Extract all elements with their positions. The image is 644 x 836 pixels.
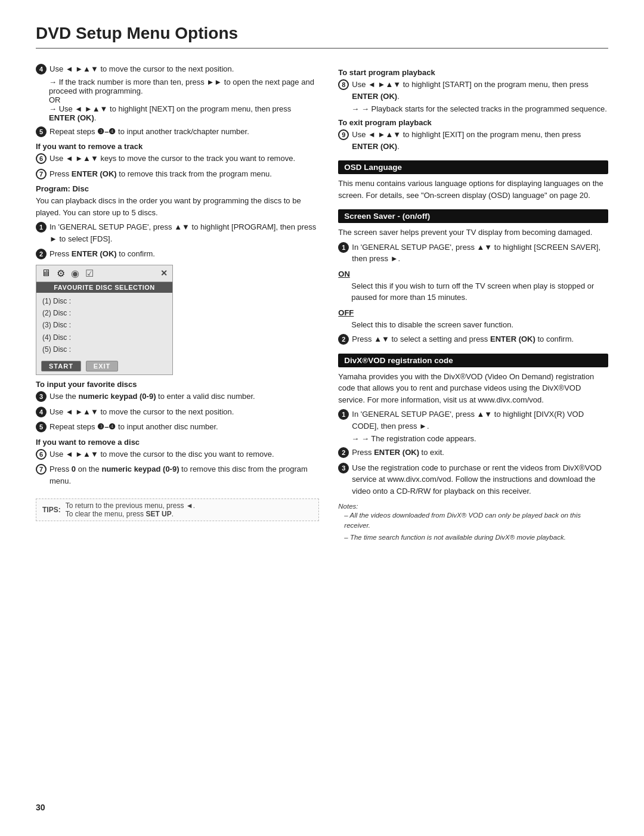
subheading-remove-track: If you want to remove a track <box>36 142 319 151</box>
disc-close-icon[interactable]: ✕ <box>160 268 168 278</box>
step-8-arrow-text: → Playback starts for the selected track… <box>361 104 607 113</box>
disc-selection-widget: 🖥 ⚙ ◉ ☑ ✕ FAVOURITE DISC SELECTION (1) D… <box>36 265 173 376</box>
step-7-track-text: Press ENTER (OK) to remove this track fr… <box>49 168 319 180</box>
tips-bar: TIPS: To return to the previous menu, pr… <box>36 498 319 521</box>
note-1: – All the videos downloaded from DivX® V… <box>344 510 608 531</box>
disc-icon-settings: ⚙ <box>57 268 65 279</box>
disc-toolbar: 🖥 ⚙ ◉ ☑ ✕ <box>36 265 172 282</box>
right-column: To start program playback 8 Use ◄ ►▲▼ to… <box>338 63 608 544</box>
step-1-screen-saver-num: 1 <box>338 242 349 253</box>
step-3-disc-text: Use the numeric keypad (0-9) to enter a … <box>49 391 319 402</box>
step-4a-num: 4 <box>36 64 47 75</box>
page-title: DVD Setup Menu Options <box>36 24 608 49</box>
step-7-disc-block: 7 Press 0 on the numeric keypad (0-9) to… <box>36 463 319 487</box>
subheading-remove-disc: If you want to remove a disc <box>36 438 319 447</box>
step-1-disc-text: In 'GENERAL SETUP PAGE', press ▲▼ to hig… <box>49 221 319 244</box>
notes-section: Notes: – All the videos downloaded from … <box>338 501 608 543</box>
step-4a-block: 4 Use ◄ ►▲▼ to move the cursor to the ne… <box>36 63 319 122</box>
step-5-disc-block: 5 Repeat steps ❸–❹ to input another disc… <box>36 421 319 433</box>
step-6-track-block: 6 Use ◄ ►▲▼ keys to move the cursor to t… <box>36 153 319 165</box>
step-1-divx-arrow-text: → The registration code appears. <box>361 434 476 443</box>
arrow-icon3: → <box>351 104 359 113</box>
notes-label: Notes: <box>338 503 358 510</box>
left-column: 4 Use ◄ ►▲▼ to move the cursor to the ne… <box>36 63 319 544</box>
step-3-divx-num: 3 <box>338 463 349 473</box>
subheading-fav-discs: To input your favorite discs <box>36 380 319 389</box>
divx-section-header: DivX®VOD registration code <box>338 354 608 367</box>
disc-item-1: (1) Disc : <box>42 295 166 307</box>
step-9-exit-block: 9 Use ◄ ►▲▼ to highlight [EXIT] on the p… <box>338 129 608 152</box>
on-body: Select this if you wish to turn off the … <box>351 280 608 304</box>
step-1-divx-text: In 'GENERAL SETUP PAGE', press ▲▼ to hig… <box>352 408 608 432</box>
step-8-start-num: 8 <box>338 79 349 90</box>
step-4-disc-num: 4 <box>36 407 47 417</box>
step-4a-arrow1: → If the track number is more than ten, … <box>49 78 319 95</box>
step-5-text: Repeat steps ❸–❹ to input another track/… <box>49 126 319 138</box>
step-1-disc-num: 1 <box>36 222 47 233</box>
step-4a-arrow2: → Use ◄ ►▲▼ to highlight [NEXT] on the p… <box>49 104 319 122</box>
off-label: OFF <box>338 308 608 317</box>
step-3-divx-text: Use the registration code to purchase or… <box>352 462 608 497</box>
step-6-disc-num: 6 <box>36 449 47 460</box>
step-2-divx-block: 2 Press ENTER (OK) to exit. <box>338 447 608 459</box>
arrow-icon4: → <box>351 434 359 443</box>
disc-start-button[interactable]: START <box>41 361 81 371</box>
disc-item-2: (2) Disc : <box>42 307 166 319</box>
disc-item-3: (3) Disc : <box>42 319 166 331</box>
screen-saver-section-header: Screen Saver - (on/off) <box>338 209 608 223</box>
page-number: 30 <box>36 803 45 812</box>
osd-section-header: OSD Language <box>338 160 608 174</box>
step-1-divx-arrow: → → The registration code appears. <box>351 434 608 443</box>
tips-line2: To clear the menu, press SET UP. <box>66 510 174 518</box>
step-7-track-num: 7 <box>36 169 47 179</box>
step-5-block: 5 Repeat steps ❸–❹ to input another trac… <box>36 126 319 138</box>
step-4-disc-text: Use ◄ ►▲▼ to move the cursor to the next… <box>49 406 319 418</box>
subheading-exit-playback: To exit program playback <box>338 118 608 127</box>
step-3-divx-block: 3 Use the registration code to purchase … <box>338 462 608 497</box>
step-5-num: 5 <box>36 126 47 137</box>
disc-icon-speaker: ◉ <box>71 268 79 279</box>
step-2-disc-text: Press ENTER (OK) to confirm. <box>49 248 319 260</box>
program-disc-label: Program: Disc <box>36 184 319 193</box>
step-1-divx-num: 1 <box>338 409 349 420</box>
step-2-screen-saver-block: 2 Press ▲▼ to select a setting and press… <box>338 333 608 345</box>
step-6-disc-block: 6 Use ◄ ►▲▼ to move the cursor to the di… <box>36 448 319 460</box>
step-1-screen-saver-block: 1 In 'GENERAL SETUP PAGE', press ▲▼ to h… <box>338 241 608 265</box>
disc-toolbar-icons: 🖥 ⚙ ◉ ☑ <box>41 268 94 279</box>
disc-exit-button[interactable]: EXIT <box>86 361 118 371</box>
step-7-track-block: 7 Press ENTER (OK) to remove this track … <box>36 168 319 180</box>
step-4a-arrow2-text: Use ◄ ►▲▼ to highlight [NEXT] on the pro… <box>49 104 291 122</box>
step-2-screen-saver-num: 2 <box>338 334 349 345</box>
step-6-disc-text: Use ◄ ►▲▼ to move the cursor to the disc… <box>49 448 319 460</box>
screen-saver-body: The screen saver helps prevent your TV d… <box>338 227 608 239</box>
tips-line1: To return to the previous menu, press ◄. <box>66 501 195 510</box>
step-3-disc-block: 3 Use the numeric keypad (0-9) to enter … <box>36 391 319 402</box>
step-5-disc-text: Repeat steps ❸–❹ to input another disc n… <box>49 421 319 433</box>
step-6-track-text: Use ◄ ►▲▼ keys to move the cursor to the… <box>49 153 319 165</box>
tips-content: To return to the previous menu, press ◄.… <box>66 501 195 518</box>
disc-list: (1) Disc : (2) Disc : (3) Disc : (4) Dis… <box>36 293 172 358</box>
divx-body: Yamaha provides you with the DivX®VOD (V… <box>338 371 608 406</box>
on-label: ON <box>338 270 608 278</box>
step-7-disc-text: Press 0 on the numeric keypad (0-9) to r… <box>49 463 319 487</box>
disc-item-4: (4) Disc : <box>42 332 166 343</box>
disc-title: FAVOURITE DISC SELECTION <box>36 282 172 293</box>
step-8-arrow: → → Playback starts for the selected tra… <box>351 104 608 113</box>
step-4a-arrow1-text: If the track number is more than ten, pr… <box>49 78 314 95</box>
program-disc-body: You can playback discs in the order you … <box>36 195 319 218</box>
note-2: – The time search function is not availa… <box>344 532 608 543</box>
off-body: Select this to disable the screen saver … <box>351 319 608 331</box>
step-4a-text: Use ◄ ►▲▼ to move the cursor to the next… <box>49 63 319 75</box>
step-1-disc-block: 1 In 'GENERAL SETUP PAGE', press ▲▼ to h… <box>36 221 319 244</box>
osd-body: This menu contains various language opti… <box>338 178 608 201</box>
step-1-screen-saver-text: In 'GENERAL SETUP PAGE', press ▲▼ to hig… <box>352 241 608 265</box>
step-2-divx-num: 2 <box>338 447 349 458</box>
step-3-disc-num: 3 <box>36 391 47 402</box>
step-9-exit-num: 9 <box>338 129 349 140</box>
arrow-icon: → <box>49 78 57 86</box>
step-9-exit-text: Use ◄ ►▲▼ to highlight [EXIT] on the pro… <box>352 129 608 152</box>
arrow-icon2: → <box>49 104 57 113</box>
step-4-disc-block: 4 Use ◄ ►▲▼ to move the cursor to the ne… <box>36 406 319 418</box>
step-6-track-num: 6 <box>36 153 47 164</box>
step-7-disc-num: 7 <box>36 464 47 475</box>
